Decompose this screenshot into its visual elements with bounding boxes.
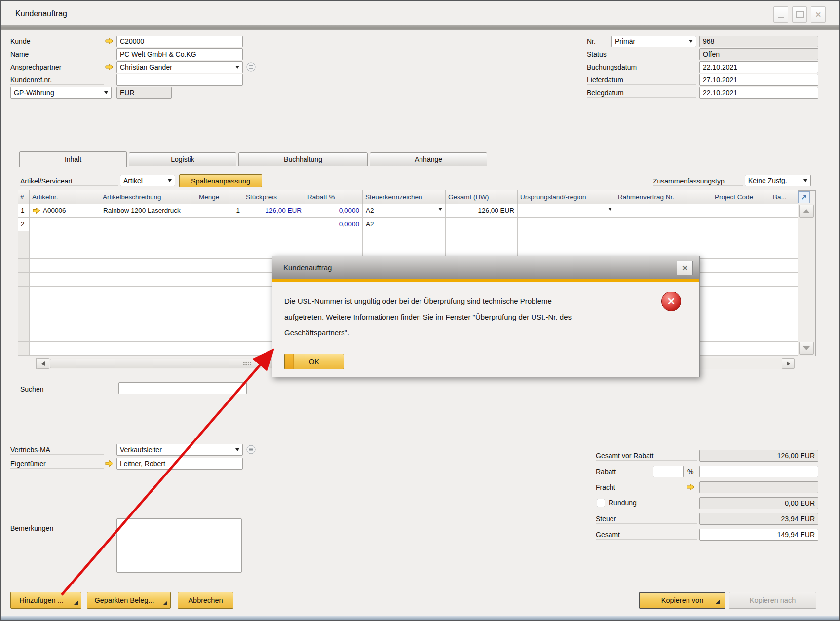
table-cell[interactable] xyxy=(196,287,243,300)
table-cell[interactable] xyxy=(30,231,100,245)
spaltenanpassung-button[interactable]: Spaltenanpassung xyxy=(179,174,262,187)
rahmenvertrag-cell[interactable] xyxy=(615,218,712,231)
table-cell[interactable] xyxy=(18,259,30,273)
table-cell[interactable] xyxy=(196,259,243,273)
hinzufuegen-dropdown-toggle[interactable] xyxy=(71,592,81,608)
gesamt-value[interactable]: 149,94 EUR xyxy=(699,529,818,541)
minimize-button[interactable] xyxy=(773,6,788,23)
table-cell[interactable] xyxy=(30,259,100,273)
artikelnr-cell[interactable] xyxy=(30,218,100,231)
rabatt-amount-input[interactable] xyxy=(699,466,818,477)
abbrechen-button[interactable]: Abbrechen xyxy=(178,592,233,609)
table-cell[interactable] xyxy=(30,300,100,314)
geparkten-beleg-button[interactable]: Geparkten Beleg... xyxy=(87,592,171,609)
table-cell[interactable] xyxy=(770,328,798,342)
project-code-cell[interactable] xyxy=(712,218,770,231)
table-cell[interactable] xyxy=(18,300,30,314)
lieferdatum-input[interactable]: 27.10.2021 xyxy=(699,74,818,86)
scroll-down-button[interactable] xyxy=(799,342,814,355)
rabatt-percent-input[interactable] xyxy=(653,466,684,477)
item-link-arrow-icon[interactable] xyxy=(33,207,40,214)
artikelbeschreibung-cell[interactable]: Rainbow 1200 Laserdruck xyxy=(100,204,196,218)
kunde-link-arrow-icon[interactable] xyxy=(105,37,114,45)
table-cell[interactable] xyxy=(615,231,712,245)
column-header-artikelbeschreibung[interactable]: Artikelbeschreibung xyxy=(100,190,196,204)
table-cell[interactable] xyxy=(770,287,798,300)
table-cell[interactable] xyxy=(100,342,196,356)
table-cell[interactable] xyxy=(196,231,243,245)
rabatt-cell[interactable]: 0,0000 xyxy=(305,204,363,218)
vertriebs-ma-menu-icon[interactable] xyxy=(246,445,256,454)
table-cell[interactable] xyxy=(18,245,30,259)
table-cell[interactable] xyxy=(30,273,100,287)
ansprechpartner-link-arrow-icon[interactable] xyxy=(105,63,114,71)
rabatt-cell[interactable]: 0,0000 xyxy=(305,218,363,231)
stueckpreis-cell[interactable] xyxy=(243,218,305,231)
dialog-ok-button[interactable]: OK xyxy=(284,354,344,369)
rahmenvertrag-cell[interactable] xyxy=(615,204,712,218)
dialog-close-button[interactable]: ✕ xyxy=(677,261,693,275)
belegdatum-input[interactable]: 22.10.2021 xyxy=(699,87,818,99)
kunde-input[interactable]: C20000 xyxy=(116,36,243,47)
table-cell[interactable] xyxy=(712,314,770,328)
gesamt-hw-cell[interactable]: 126,00 EUR xyxy=(446,204,518,218)
table-cell[interactable] xyxy=(712,259,770,273)
suchen-input[interactable] xyxy=(118,382,247,394)
column-header-ba[interactable]: Ba... xyxy=(770,190,798,204)
table-cell[interactable] xyxy=(18,328,30,342)
steuerkennzeichen-cell[interactable]: A2 xyxy=(363,218,446,231)
hinzufuegen-button[interactable]: Hinzufügen ... xyxy=(10,592,81,609)
table-cell[interactable] xyxy=(446,231,518,245)
column-header-menge[interactable]: Menge xyxy=(196,190,243,204)
column-header-index[interactable]: # xyxy=(18,190,30,204)
table-cell[interactable] xyxy=(196,273,243,287)
table-cell[interactable] xyxy=(363,231,446,245)
table-cell[interactable] xyxy=(100,287,196,300)
table-cell[interactable] xyxy=(30,328,100,342)
table-cell[interactable] xyxy=(196,245,243,259)
ba-cell[interactable] xyxy=(770,204,798,218)
column-header-rabatt[interactable]: Rabatt % xyxy=(305,190,363,204)
table-cell[interactable] xyxy=(305,231,363,245)
close-button[interactable]: ✕ xyxy=(811,6,826,23)
tab-logistik[interactable]: Logistik xyxy=(129,152,236,166)
gp-waehrung-dropdown[interactable]: GP-Währung xyxy=(10,87,112,99)
table-cell[interactable] xyxy=(18,342,30,356)
column-header-gesamt-hw[interactable]: Gesamt (HW) xyxy=(446,190,518,204)
column-header-steuerkennzeichen[interactable]: Steuerkennzeichen xyxy=(363,190,446,204)
tab-buchhaltung[interactable]: Buchhaltung xyxy=(238,152,368,166)
table-cell[interactable] xyxy=(518,231,615,245)
artikelnr-cell[interactable]: A00006 xyxy=(30,204,100,218)
ansprechpartner-dropdown[interactable]: Christian Gander xyxy=(116,61,243,73)
vertriebs-ma-dropdown[interactable]: Verkaufsleiter xyxy=(116,444,243,456)
table-cell[interactable] xyxy=(770,273,798,287)
table-cell[interactable] xyxy=(100,245,196,259)
table-cell[interactable] xyxy=(30,314,100,328)
column-header-ursprungsland[interactable]: Ursprungsland/-region xyxy=(518,190,615,204)
ba-cell[interactable] xyxy=(770,218,798,231)
table-cell[interactable] xyxy=(30,342,100,356)
steuerkennzeichen-cell[interactable]: A2 xyxy=(363,204,446,218)
table-cell[interactable] xyxy=(196,328,243,342)
table-cell[interactable] xyxy=(770,259,798,273)
bemerkungen-textarea[interactable] xyxy=(116,518,242,573)
table-cell[interactable] xyxy=(100,328,196,342)
nr-series-dropdown[interactable]: Primär xyxy=(611,36,696,47)
tab-inhalt[interactable]: Inhalt xyxy=(19,151,127,167)
rundung-checkbox[interactable] xyxy=(597,499,605,507)
zusammenfassungstyp-dropdown[interactable]: Keine Zusfg. xyxy=(745,175,811,186)
kundenref-input[interactable] xyxy=(116,74,243,86)
table-cell[interactable] xyxy=(770,314,798,328)
table-cell[interactable] xyxy=(18,273,30,287)
column-header-rahmenvertrag[interactable]: Rahmenvertrag Nr. xyxy=(615,190,712,204)
table-cell[interactable] xyxy=(30,287,100,300)
table-cell[interactable] xyxy=(100,259,196,273)
table-vertical-scrollbar[interactable] xyxy=(798,204,815,356)
expand-form-button[interactable]: ↗ xyxy=(797,191,811,203)
fracht-link-arrow-icon[interactable] xyxy=(687,483,695,491)
table-cell[interactable] xyxy=(770,300,798,314)
eigentuemer-input[interactable]: Leitner, Robert xyxy=(116,458,243,470)
artikel-serviceart-dropdown[interactable]: Artikel xyxy=(120,175,175,186)
table-cell[interactable] xyxy=(100,231,196,245)
name-input[interactable]: PC Welt GmbH & Co.KG xyxy=(116,48,243,60)
